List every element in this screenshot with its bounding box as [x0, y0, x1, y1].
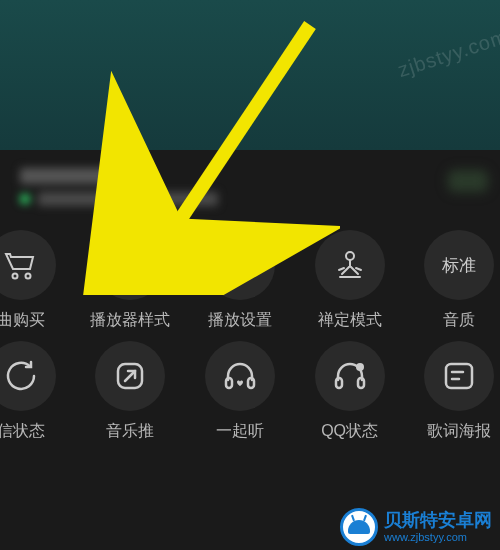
- circle-arrow-icon: [0, 341, 56, 411]
- equalizer-icon: [205, 230, 275, 300]
- svg-point-16: [356, 363, 364, 371]
- option-label: 歌词海报: [427, 421, 491, 442]
- option-qq-status[interactable]: QQ状态: [299, 341, 401, 442]
- picture-icon: [424, 341, 494, 411]
- svg-point-1: [25, 274, 30, 279]
- option-label: 音质: [443, 310, 475, 331]
- option-label: 禅定模式: [318, 310, 382, 331]
- option-player-style[interactable]: 播放器样式: [80, 230, 182, 331]
- option-listen-together[interactable]: 一起听: [189, 341, 291, 442]
- shapes-icon: [95, 230, 165, 300]
- option-label: QQ状态: [321, 421, 378, 442]
- svg-point-0: [12, 274, 17, 279]
- option-quality[interactable]: 标准 音质: [408, 230, 500, 331]
- svg-rect-3: [126, 262, 142, 278]
- badge-text: 标准: [442, 254, 476, 277]
- quality-badge-icon: 标准: [424, 230, 494, 300]
- svg-point-10: [346, 252, 354, 260]
- option-lyric-poster[interactable]: 歌词海报: [408, 341, 500, 442]
- option-label: 信状态: [0, 421, 45, 442]
- option-play-settings[interactable]: 播放设置: [189, 230, 291, 331]
- meditation-icon: [315, 230, 385, 300]
- headphone-dot-icon: [315, 341, 385, 411]
- option-label: 播放设置: [208, 310, 272, 331]
- cart-icon: [0, 230, 56, 300]
- vip-badge[interactable]: [448, 170, 488, 192]
- option-zen-mode[interactable]: 禅定模式: [299, 230, 401, 331]
- svg-point-2: [116, 252, 132, 268]
- option-status[interactable]: 信状态: [0, 341, 72, 442]
- sheet-header: [0, 150, 500, 220]
- svg-rect-17: [446, 364, 472, 388]
- headphone-heart-icon: [205, 341, 275, 411]
- option-label: 曲购买: [0, 310, 45, 331]
- option-music-push[interactable]: 音乐推: [80, 341, 182, 442]
- option-purchase[interactable]: 曲购买: [0, 230, 72, 331]
- options-grid: 曲购买 播放器样式 播放设置: [0, 220, 500, 442]
- option-label: 播放器样式: [90, 310, 170, 331]
- option-label: 音乐推: [106, 421, 154, 442]
- bottom-sheet: 曲购买 播放器样式 播放设置: [0, 150, 500, 550]
- share-up-icon: [95, 341, 165, 411]
- background-area: [0, 0, 500, 150]
- option-label: 一起听: [216, 421, 264, 442]
